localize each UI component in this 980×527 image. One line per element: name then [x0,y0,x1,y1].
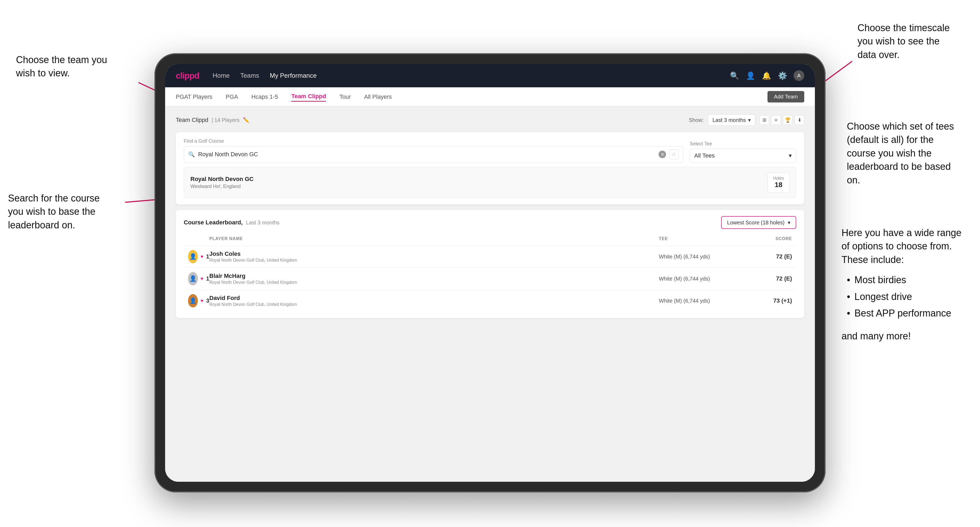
bullet-drive: Longest drive [847,289,964,305]
bullet-app: Best APP performance [847,305,964,322]
rank-num-1: 1 [206,253,209,260]
annotation-tee: Choose which set of tees (default is all… [847,120,959,187]
team-name: Team Clippd [176,117,208,124]
bell-icon[interactable]: 🔔 [762,71,771,80]
team-title: Team Clippd | 14 Players ✏️ [176,117,250,124]
col-player-name: PLAYER NAME [209,237,659,241]
show-dropdown[interactable]: Last 3 months ▾ [708,114,755,125]
rank-cell-3: 👤 ♥ 3 [188,294,209,307]
download-button[interactable]: ⬇ [795,115,804,125]
heart-icon-2[interactable]: ♥ [200,276,204,282]
add-team-button[interactable]: Add Team [767,91,804,103]
annotation-score-options: Here you have a wide range of options to… [842,226,964,343]
rank-num-2: 1 [206,275,209,282]
course-name: Royal North Devon GC [190,176,253,183]
person-icon[interactable]: 👤 [746,71,755,80]
annotation-search: Search for the course you wish to base t… [8,192,109,232]
rank-cell-2: 👤 ♥ 1 [188,272,209,285]
sub-navbar: PGAT Players PGA Hcaps 1-5 Team Clippd T… [165,87,815,106]
team-actions: Show: Last 3 months ▾ ⊞ ≡ 🏆 ⬇ [689,114,804,125]
holes-badge: Holes 18 [767,173,790,192]
player-info-1: Josh Coles Royal North Devon Golf Club, … [209,251,659,263]
leaderboard-title: Course Leaderboard, Last 3 months [184,219,279,226]
avatar-2: 👤 [188,272,198,285]
player-info-3: David Ford Royal North Devon Golf Club, … [209,295,659,307]
edit-icon[interactable]: ✏️ [243,117,250,123]
search-field-group: Find a Golf Course 🔍 ✕ ☆ [184,138,683,163]
avatar-1: 👤 [188,250,198,263]
clear-search-button[interactable]: ✕ [659,151,666,158]
navbar-links: Home Teams My Performance [213,72,716,79]
user-avatar-icon[interactable]: A [794,70,804,81]
tee-cell-2: White (M) (6,744 yds) [659,276,739,282]
trophy-view-button[interactable]: 🏆 [783,115,792,125]
col-tee: TEE [659,237,739,241]
find-course-label: Find a Golf Course [184,138,683,144]
nav-teams[interactable]: Teams [240,72,259,79]
navbar-icons: 🔍 👤 🔔 ⚙️ A [730,70,804,81]
table-row: 👤 ♥ 1 Josh Coles Royal North Devon Golf … [184,245,796,268]
rank-num-3: 3 [206,297,209,304]
score-cell-2: 72 (E) [739,275,792,282]
bullet-birdies: Most birdies [847,272,964,288]
search-section: Find a Golf Course 🔍 ✕ ☆ Select Tee All … [176,132,804,205]
tee-select-dropdown[interactable]: All Tees ▾ [690,149,796,163]
main-content: Team Clippd | 14 Players ✏️ Show: Last 3… [165,106,815,482]
sub-nav-pga[interactable]: PGA [226,92,238,102]
sub-nav-tour[interactable]: Tour [339,92,351,102]
grid-view-button[interactable]: ⊞ [759,115,769,125]
table-row: 👤 ♥ 3 David Ford Royal North Devon Golf … [184,290,796,312]
settings-icon[interactable]: ⚙️ [778,71,787,80]
chevron-down-icon: ▾ [789,152,792,159]
score-cell-3: 73 (+1) [739,297,792,304]
rank-cell-1: 👤 ♥ 1 [188,250,209,263]
brand-logo: clippd [176,71,199,81]
course-result: Royal North Devon GC Westward Ho!, Engla… [184,167,796,198]
show-label: Show: [689,117,704,123]
table-headers: PLAYER NAME TEE SCORE [184,234,796,243]
course-search-input[interactable] [198,151,655,158]
chevron-down-icon: ▾ [788,219,791,226]
course-location: Westward Ho!, England [190,184,253,189]
course-info: Royal North Devon GC Westward Ho!, Engla… [190,176,253,189]
heart-icon-1[interactable]: ♥ [200,254,204,259]
select-tee-label: Select Tee [690,141,796,147]
search-input-wrap: 🔍 ✕ ☆ [184,146,683,163]
team-header: Team Clippd | 14 Players ✏️ Show: Last 3… [176,114,804,125]
search-icon[interactable]: 🔍 [730,71,739,80]
annotation-timescale: Choose the timescale you wish to see the… [858,21,959,62]
leaderboard-subtitle: Last 3 months [246,220,280,225]
nav-my-performance[interactable]: My Performance [270,72,317,79]
sub-nav-pgat[interactable]: PGAT Players [176,92,212,102]
avatar-3: 👤 [188,294,198,307]
leaderboard-header: Course Leaderboard, Last 3 months Lowest… [184,216,796,229]
navbar: clippd Home Teams My Performance 🔍 👤 🔔 ⚙… [165,64,815,87]
and-more: and many more! [842,330,964,343]
view-icons: ⊞ ≡ 🏆 ⬇ [759,115,804,125]
tee-cell-1: White (M) (6,744 yds) [659,254,739,260]
score-filter-dropdown[interactable]: Lowest Score (18 holes) ▾ [721,216,796,229]
list-view-button[interactable]: ≡ [771,115,781,125]
chevron-down-icon: ▾ [748,117,751,123]
tee-cell-3: White (M) (6,744 yds) [659,298,739,304]
search-icon: 🔍 [188,151,195,157]
nav-home[interactable]: Home [213,72,229,79]
sub-nav-all-players[interactable]: All Players [364,92,392,102]
holes-value: 18 [773,181,784,189]
leaderboard-table: PLAYER NAME TEE SCORE 👤 ♥ 1 Josh Coles [184,234,796,312]
heart-icon-3[interactable]: ♥ [200,298,204,304]
tee-value: All Tees [694,152,715,159]
score-cell-1: 72 (E) [739,253,792,260]
annotation-team: Choose the team you wish to view. [16,53,117,80]
col-score: SCORE [739,237,792,241]
sub-nav-team-clippd[interactable]: Team Clippd [291,92,326,102]
leaderboard-section: Course Leaderboard, Last 3 months Lowest… [176,210,804,318]
favorite-button[interactable]: ☆ [669,149,679,159]
col-header-empty [188,237,209,241]
holes-label: Holes [773,176,784,181]
table-row: 👤 ♥ 1 Blair McHarg Royal North Devon Gol… [184,268,796,290]
sub-nav-hcaps[interactable]: Hcaps 1-5 [251,92,278,102]
player-count: | 14 Players [212,117,239,123]
tablet-frame: clippd Home Teams My Performance 🔍 👤 🔔 ⚙… [154,53,826,492]
score-filter-value: Lowest Score (18 holes) [727,220,784,226]
